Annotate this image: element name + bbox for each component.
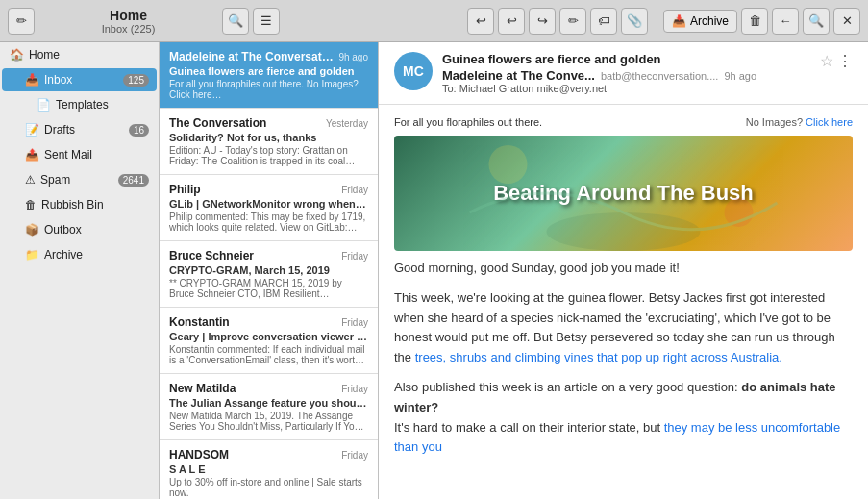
tag-button[interactable]: 🏷: [590, 8, 617, 35]
email-subject-0: Guinea flowers are fierce and golden: [169, 65, 368, 77]
archive-side-icon: 📁: [25, 248, 39, 262]
reading-to: To: Michael Gratton mike@very.net: [442, 83, 810, 94]
email-subject-3: CRYPTO-GRAM, March 15, 2019: [169, 264, 368, 276]
archive-label: Archive: [690, 14, 729, 28]
redo-button[interactable]: ↪: [529, 8, 556, 35]
email-item-3[interactable]: Bruce Schneier Friday CRYPTO-GRAM, March…: [160, 241, 378, 308]
archive-icon: 📥: [672, 14, 686, 28]
sidebar-drafts-label: Drafts: [44, 123, 75, 137]
sidebar-item-sent[interactable]: 📤 Sent Mail: [2, 143, 157, 166]
email-preview-6: Up to 30% off in-store and online | Sale…: [169, 477, 368, 498]
email-header-3: Bruce Schneier Friday: [169, 249, 368, 262]
australia-link[interactable]: trees, shrubs and climbing vines that po…: [415, 350, 782, 364]
email-preview-4: Konstantin commented: If each individual…: [169, 344, 368, 365]
compose-button[interactable]: ✏: [8, 8, 35, 35]
email-item-0[interactable]: Madeleine at The Conversation 9h ago Gui…: [160, 42, 378, 109]
attachment-button[interactable]: 📎: [621, 8, 648, 35]
sidebar: 🏠 Home 📥 Inbox 125 📄 Templates 📝 Drafts …: [0, 42, 160, 499]
body-paragraph-3: Also published this week is an article o…: [394, 378, 853, 458]
sidebar-templates-label: Templates: [56, 98, 109, 112]
click-here-link[interactable]: Click here: [806, 116, 853, 128]
email-header-5: New Matilda Friday: [169, 382, 368, 395]
email-item-1[interactable]: The Conversation Yesterday Solidarity? N…: [160, 109, 378, 175]
email-list: Madeleine at The Conversation 9h ago Gui…: [160, 42, 379, 499]
email-header-4: Konstantin Friday: [169, 315, 368, 329]
templates-icon: 📄: [37, 98, 51, 112]
body-text-1: Good morning, good Sunday, good job you …: [394, 261, 680, 275]
delete-button[interactable]: 🗑: [741, 8, 768, 35]
email-date-1: Yesterday: [326, 118, 368, 129]
reading-body: For all you floraphiles out there. No Im…: [379, 105, 868, 499]
email-date-2: Friday: [341, 185, 368, 195]
drafts-icon: 📝: [25, 123, 39, 137]
email-header-6: HANDSOM Friday: [169, 448, 368, 462]
email-date-6: Friday: [341, 450, 368, 461]
email-date-3: Friday: [341, 251, 368, 262]
email-preview-5: New Matilda March 15, 2019. The Assange …: [169, 411, 368, 432]
search-button[interactable]: 🔍: [222, 8, 249, 35]
sidebar-item-drafts[interactable]: 📝 Drafts 16: [2, 118, 157, 141]
main-content: 🏠 Home 📥 Inbox 125 📄 Templates 📝 Drafts …: [0, 42, 868, 499]
menu-button[interactable]: ☰: [253, 8, 280, 35]
image-no-images: No Images? Click here: [746, 116, 853, 128]
email-subject-6: S A L E: [169, 463, 368, 475]
close-button[interactable]: ✕: [833, 8, 860, 35]
sidebar-inbox-label: Inbox: [44, 73, 72, 87]
email-item-5[interactable]: New Matilda Friday The Julian Assange fe…: [160, 374, 378, 440]
avatar: MC: [394, 52, 433, 90]
body-paragraph-2: This week, we're looking at the guinea f…: [394, 288, 853, 368]
sidebar-item-outbox[interactable]: 📦 Outbox: [2, 218, 157, 241]
home-title: Home: [42, 8, 214, 23]
email-sender-1: The Conversation: [169, 116, 322, 130]
toolbar-title-area: Home Inbox (225): [42, 8, 214, 35]
toolbar-left-icons: ✏: [0, 8, 42, 35]
body-paragraph-1: Good morning, good Sunday, good job you …: [394, 259, 853, 279]
sidebar-item-home[interactable]: 🏠 Home: [2, 43, 157, 66]
reading-header-info: Guinea flowers are fierce and golden Mad…: [442, 52, 810, 94]
sidebar-item-templates[interactable]: 📄 Templates: [2, 93, 157, 116]
email-sender-2: Philip: [169, 183, 337, 196]
reading-sender-row: Madeleine at The Conve... batb@theconver…: [442, 68, 810, 83]
sidebar-item-inbox[interactable]: 📥 Inbox 125: [2, 68, 157, 91]
outbox-icon: 📦: [25, 223, 39, 237]
undo-button[interactable]: ↩: [467, 8, 494, 35]
email-item-4[interactable]: Konstantin Friday Geary | Improve conver…: [160, 308, 378, 374]
highlight-button[interactable]: ✏: [559, 8, 586, 35]
email-item-2[interactable]: Philip Friday GLib | GNetworkMonitor wro…: [160, 175, 378, 241]
image-note-left: For all you floraphiles out there.: [394, 116, 736, 128]
search2-button[interactable]: 🔍: [803, 8, 830, 35]
back-button[interactable]: ←: [772, 8, 799, 35]
toolbar-right-actions: ↩ ↩ ↪ ✏ 🏷 📎 📥 Archive 🗑 ← 🔍 ✕: [459, 8, 868, 35]
reading-sender-name: Madeleine at The Conve...: [442, 68, 595, 83]
email-sender-6: HANDSOM: [169, 448, 337, 462]
undo2-button[interactable]: ↩: [498, 8, 525, 35]
email-preview-0: For all you floraphiles out there. No Im…: [169, 79, 368, 100]
email-date-5: Friday: [341, 384, 368, 394]
inbox-count: Inbox (225): [42, 23, 214, 35]
reading-to-label: To:: [442, 83, 457, 94]
image-note-row: For all you floraphiles out there. No Im…: [394, 116, 853, 128]
toolbar-center-icons: 🔍 ☰: [214, 8, 287, 35]
email-banner-image: Beating Around The Bush: [394, 136, 853, 251]
reading-to-email: mike@very.net: [536, 83, 607, 94]
star-button[interactable]: ☆: [820, 52, 833, 70]
email-header-0: Madeleine at The Conversation 9h ago: [169, 50, 368, 63]
sidebar-item-spam[interactable]: ⚠ Spam 2641: [2, 168, 157, 191]
home-icon: 🏠: [10, 48, 24, 62]
sent-icon: 📤: [25, 148, 39, 162]
email-subject-1: Solidarity? Not for us, thanks: [169, 132, 368, 143]
svg-point-0: [489, 145, 528, 184]
reading-date: 9h ago: [724, 70, 756, 82]
more-options-button[interactable]: ⋮: [837, 52, 853, 70]
email-item-6[interactable]: HANDSOM Friday S A L E Up to 30% off in-…: [160, 440, 378, 499]
sidebar-rubbish-label: Rubbish Bin: [41, 198, 104, 212]
reading-header-actions: ☆ ⋮: [820, 52, 853, 70]
sidebar-item-archive[interactable]: 📁 Archive: [2, 243, 157, 266]
email-date-0: 9h ago: [338, 52, 368, 62]
reading-subject: Guinea flowers are fierce and golden: [442, 52, 810, 66]
archive-button[interactable]: 📥 Archive: [663, 10, 737, 33]
drafts-badge: 16: [129, 124, 149, 137]
sidebar-item-rubbish[interactable]: 🗑 Rubbish Bin: [2, 193, 157, 216]
banner-decoration: [394, 136, 853, 251]
reading-to-name: Michael Gratton: [459, 83, 534, 94]
